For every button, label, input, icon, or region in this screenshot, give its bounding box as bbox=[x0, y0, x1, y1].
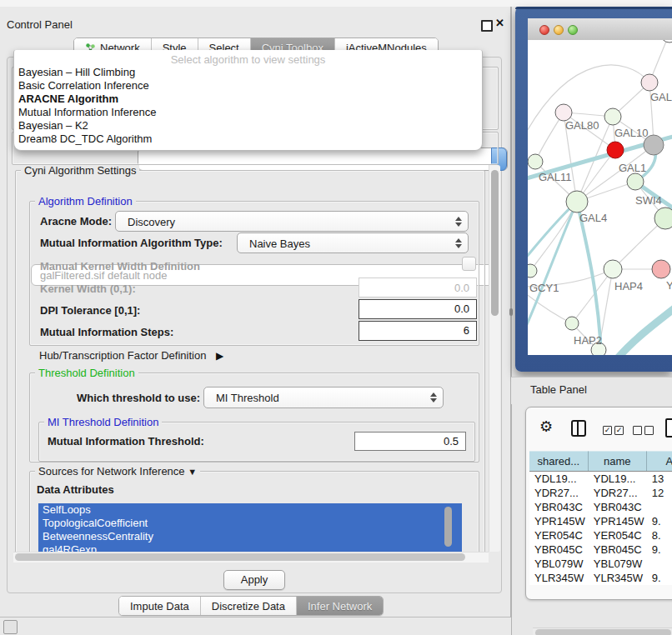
which-threshold-value: MI Threshold bbox=[216, 392, 279, 404]
deselect-all-icon[interactable] bbox=[633, 426, 642, 435]
table-horizontal-scrollbar[interactable] bbox=[533, 628, 672, 635]
algorithm-popup-list: Bayesian – Hill ClimbingBasic Correlatio… bbox=[14, 66, 482, 146]
table-panel-title: Table Panel bbox=[530, 383, 587, 396]
node-gal-pink[interactable] bbox=[641, 74, 658, 91]
node-top-partial[interactable] bbox=[660, 40, 672, 42]
apply-button[interactable]: Apply bbox=[223, 570, 285, 590]
algorithm-option-aracne-algorithm[interactable]: ARACNE Algorithm bbox=[14, 92, 482, 106]
node-label-gal10: GAL10 bbox=[614, 127, 648, 139]
table-cell: YDL19... bbox=[589, 472, 647, 486]
network-canvas[interactable]: GALGAL80GAL10GAL1GAL11SWI4GAL4GCY1HAP4YH… bbox=[528, 40, 672, 355]
settings-vertical-scrollbar[interactable] bbox=[489, 165, 500, 552]
mi-steps-field[interactable]: 6 bbox=[359, 321, 477, 341]
node-hap4[interactable] bbox=[604, 260, 622, 278]
attribute-item-betweennesscentrality[interactable]: BetweennessCentrality bbox=[38, 530, 462, 543]
network-view-window[interactable]: GALGAL80GAL10GAL1GAL11SWI4GAL4GCY1HAP4YH… bbox=[515, 7, 672, 372]
node-gal11[interactable] bbox=[528, 154, 543, 169]
table-cell: 9. bbox=[647, 514, 672, 528]
table-header-row[interactable]: shared...nameA bbox=[529, 451, 672, 471]
column-header-name[interactable]: name bbox=[589, 451, 647, 471]
algorithm-option-basic-correlation-inference[interactable]: Basic Correlation Inference bbox=[14, 79, 482, 92]
scrollbar-thumb[interactable] bbox=[15, 553, 465, 561]
node-label-gal4: GAL4 bbox=[579, 212, 607, 224]
bottom-tab-impute-data[interactable]: Impute Data bbox=[119, 597, 201, 615]
node-salmon[interactable] bbox=[652, 260, 670, 278]
node-gal4[interactable] bbox=[566, 191, 588, 212]
kernel-width-label: Kernel Width (0,1): bbox=[40, 282, 136, 295]
network-edge[interactable] bbox=[616, 305, 672, 355]
scrollbar-thumb[interactable] bbox=[491, 170, 499, 316]
kernel-width-field[interactable]: 0.0 bbox=[359, 278, 477, 298]
panel-divider-handle[interactable] bbox=[509, 308, 513, 316]
table-toolbar: ⚙ ✓ ✓ bbox=[526, 408, 672, 449]
mi-threshold-field[interactable]: 0.5 bbox=[354, 432, 466, 451]
table-row-4[interactable]: YER054CYER054C8. bbox=[529, 528, 672, 542]
table-cell: YBR045C bbox=[529, 542, 589, 557]
table-cell: YPR145W bbox=[589, 514, 647, 528]
algorithm-option-bayesian-hill-climbing[interactable]: Bayesian – Hill Climbing bbox=[14, 66, 482, 79]
table-cell: YDR27... bbox=[589, 486, 647, 500]
list-scrollbar-thumb[interactable] bbox=[444, 507, 452, 547]
columns-icon[interactable] bbox=[571, 420, 586, 437]
table-body[interactable]: YDL19...YDL19...13YDR27...YDR27...12YBR0… bbox=[529, 471, 672, 585]
network-window-titlebar[interactable] bbox=[528, 18, 672, 41]
node-left-small[interactable] bbox=[528, 264, 537, 278]
attribute-item-gal4rgexp[interactable]: gal4RGexp bbox=[38, 543, 462, 552]
node-label-gcy1: GCY1 bbox=[529, 282, 559, 294]
node-right-big[interactable] bbox=[654, 208, 672, 229]
bottom-tab-infer-network-label: Infer Network bbox=[308, 600, 372, 612]
table-cell: 8. bbox=[647, 528, 672, 542]
aracne-mode-combobox[interactable]: Discovery bbox=[115, 211, 469, 232]
control-panel-window: Control Panel ✕ NetworkStyleSelectCyni T… bbox=[0, 7, 511, 618]
zoom-window-icon[interactable] bbox=[568, 25, 578, 35]
column-header-a[interactable]: A bbox=[647, 451, 672, 471]
node-gal10[interactable] bbox=[604, 108, 621, 125]
select-all-icon[interactable]: ✓ bbox=[603, 426, 612, 435]
bottom-tab-infer-network[interactable]: Infer Network bbox=[297, 597, 383, 615]
algorithm-option-bayesian-k2[interactable]: Bayesian – K2 bbox=[14, 119, 482, 132]
dpi-tolerance-field[interactable]: 0.0 bbox=[359, 299, 477, 319]
select-all-icon-2[interactable]: ✓ bbox=[614, 426, 624, 435]
mi-type-combobox[interactable]: Naive Bayes bbox=[237, 232, 469, 253]
table-cell bbox=[647, 500, 672, 514]
network-edge[interactable] bbox=[528, 202, 577, 263]
table-row-6[interactable]: YBL079WYBL079W bbox=[529, 557, 672, 571]
settings-horizontal-scrollbar[interactable] bbox=[13, 552, 489, 562]
table-cell: YBR043C bbox=[529, 500, 589, 514]
minimize-window-icon[interactable] bbox=[554, 25, 564, 35]
table-row-3[interactable]: YPR145WYPR145W9. bbox=[529, 514, 672, 528]
scrollbar-thumb[interactable] bbox=[535, 629, 671, 635]
table-row-2[interactable]: YBR043CYBR043C bbox=[529, 500, 672, 514]
node-gal80[interactable] bbox=[555, 104, 572, 121]
hub-definition-toggle[interactable]: Hub/Transcription Factor Definition ▶ bbox=[39, 349, 223, 362]
algorithm-option-mutual-information-inference[interactable]: Mutual Information Inference bbox=[14, 106, 482, 119]
close-icon[interactable]: ✕ bbox=[495, 17, 504, 29]
table-row-1[interactable]: YDR27...YDR27...12 bbox=[529, 486, 672, 500]
deselect-all-icon-2[interactable] bbox=[644, 426, 654, 435]
attribute-item-selfloops[interactable]: SelfLoops bbox=[38, 503, 462, 517]
node-red[interactable] bbox=[607, 142, 624, 158]
float-panel-icon[interactable] bbox=[481, 20, 493, 32]
column-header-shared[interactable]: shared... bbox=[529, 451, 589, 471]
table-cell: YDR27... bbox=[529, 486, 589, 500]
node-table: shared...nameA YDL19...YDL19...13YDR27..… bbox=[529, 451, 672, 599]
close-window-icon[interactable] bbox=[539, 25, 549, 35]
node-hap2[interactable] bbox=[565, 317, 579, 330]
node-swi4[interactable] bbox=[627, 173, 644, 190]
export-table-icon[interactable] bbox=[665, 418, 672, 438]
algorithm-popup-placeholder: Select algorithm to view settings bbox=[14, 50, 482, 66]
table-row-0[interactable]: YDL19...YDL19...13 bbox=[529, 472, 672, 486]
table-cell: 13 bbox=[647, 472, 672, 486]
table-row-7[interactable]: YLR345WYLR345W9. bbox=[529, 571, 672, 585]
collapsed-panel-button[interactable] bbox=[3, 620, 18, 634]
which-threshold-combobox[interactable]: MI Threshold bbox=[203, 387, 444, 408]
data-attributes-list[interactable]: SelfLoopsTopologicalCoefficientBetweenne… bbox=[38, 503, 462, 552]
gear-icon[interactable]: ⚙ bbox=[539, 418, 553, 435]
algorithm-option-dream8-dc-tdc-algorithm[interactable]: Dream8 DC_TDC Algorithm bbox=[14, 132, 482, 146]
stepper-icon bbox=[430, 392, 437, 402]
collapse-arrow-icon[interactable]: ▼ bbox=[188, 467, 197, 477]
attribute-item-topologicalcoefficient[interactable]: TopologicalCoefficient bbox=[38, 517, 462, 530]
manual-kernel-checkbox[interactable] bbox=[462, 257, 476, 271]
table-row-5[interactable]: YBR045CYBR045C9. bbox=[529, 542, 672, 557]
bottom-tab-discretize-data[interactable]: Discretize Data bbox=[201, 597, 297, 615]
